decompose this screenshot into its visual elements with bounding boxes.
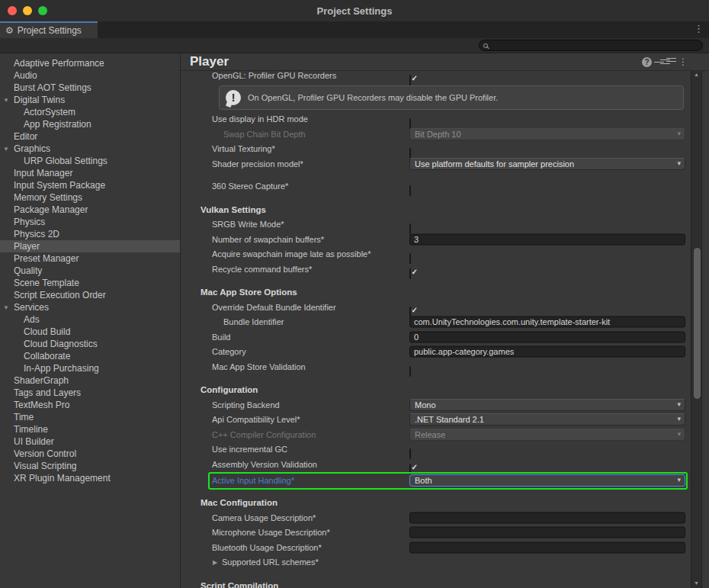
dropdown-value: Bit Depth 10 (415, 130, 461, 139)
setting-label-360-stereo-capture: 360 Stereo Capture* (212, 182, 288, 191)
help-icon[interactable]: ? (642, 57, 652, 67)
row-category: Categorypublic.app-category.games (181, 345, 691, 360)
info-help-box: !On OpenGL, Profiler GPU Recorders may d… (219, 85, 684, 110)
setting-label-override-default-bundle-identifier: Override Default Bundle Identifier (212, 303, 336, 312)
tab-project-settings[interactable]: ⚙ Project Settings (0, 21, 98, 38)
sidebar-item-ui-builder[interactable]: UI Builder (0, 435, 180, 448)
sidebar-item-graphics[interactable]: ▼Graphics (0, 143, 180, 155)
tab-menu-kebab-icon[interactable]: ⋮ (694, 23, 704, 35)
bundle-identifier-field[interactable]: com.UnityTechnologies.com.unity.template… (409, 316, 685, 328)
sidebar-item-actorsystem[interactable]: ActorSystem (0, 106, 180, 118)
foldout-collapsed-icon[interactable]: ▶ (213, 559, 217, 566)
scrollbar-thumb[interactable] (694, 248, 701, 399)
foldout-expanded-icon[interactable]: ▼ (3, 97, 9, 104)
sidebar-item-digital-twins[interactable]: ▼Digital Twins (0, 94, 180, 106)
row-mac-app-store-validation: Mac App Store Validation (181, 359, 691, 374)
foldout-expanded-icon[interactable]: ▼ (3, 146, 9, 153)
sidebar-item-scene-template[interactable]: Scene Template (0, 277, 180, 289)
bluetooth-usage-description-field[interactable] (409, 541, 685, 553)
sidebar-item-editor[interactable]: Editor (0, 130, 180, 143)
category-field[interactable]: public.app-category.games (409, 346, 685, 358)
sidebar-item-label: Audio (14, 70, 37, 81)
sidebar-item-label: Tags and Layers (14, 387, 81, 398)
minimize-window-button[interactable] (23, 6, 32, 15)
setting-label-recycle-command-buffers: Recycle command buffers* (212, 265, 312, 274)
sidebar-item-label: Digital Twins (14, 95, 65, 105)
search-input[interactable] (490, 41, 702, 50)
sidebar-item-app-registration[interactable]: App Registration (0, 118, 180, 130)
sidebar-item-preset-manager[interactable]: Preset Manager (0, 252, 180, 265)
number-of-swapchain-buffers-field[interactable]: 3 (409, 233, 685, 245)
sidebar-item-visual-scripting[interactable]: Visual Scripting (0, 460, 180, 472)
sidebar-item-label: Burst AOT Settings (14, 82, 91, 93)
preset-icon[interactable] (660, 57, 670, 66)
section-header-vulkan-settings: Vulkan Settings (201, 205, 266, 214)
scripting-backend-dropdown[interactable]: Mono▾ (409, 399, 685, 411)
sidebar-item-urp-global-settings[interactable]: URP Global Settings (0, 155, 180, 167)
sidebar-item-player[interactable]: Player (0, 240, 180, 252)
row-virtual-texturing: Virtual Texturing* (181, 142, 691, 157)
vertical-scrollbar[interactable]: ▲ ▼ (691, 70, 702, 588)
sidebar-item-audio[interactable]: Audio (0, 69, 180, 82)
active-input-handling-dropdown[interactable]: Both▾ (409, 474, 685, 487)
sidebar-item-cloud-build[interactable]: Cloud Build (0, 326, 180, 338)
section-configuration: Configuration (181, 383, 691, 398)
sidebar-item-script-execution-order[interactable]: Script Execution Order (0, 289, 180, 301)
more-options-kebab-icon[interactable]: ⋮ (679, 57, 688, 66)
scroll-down-icon[interactable]: ▼ (691, 580, 701, 586)
toolbar (0, 38, 709, 53)
sidebar-item-physics[interactable]: Physics (0, 216, 180, 228)
sidebar-item-services[interactable]: ▼Services (0, 301, 180, 313)
sidebar-item-shadergraph[interactable]: ShaderGraph (0, 374, 180, 387)
section-vulkan-settings: Vulkan Settings (181, 202, 691, 217)
sidebar-item-collaborate[interactable]: Collaborate (0, 350, 180, 362)
sidebar-item-label: Version Control (14, 448, 76, 459)
row-build: Build0 (181, 329, 691, 345)
camera-usage-description-field[interactable] (409, 512, 685, 523)
360-stereo-capture-checkbox[interactable] (409, 185, 411, 196)
recycle-command-buffers-checkbox[interactable] (409, 268, 411, 279)
section-mac-app-store-options: Mac App Store Options (181, 285, 691, 300)
sidebar-item-time[interactable]: Time (0, 411, 180, 423)
opengl-profiler-gpu-recorders-checkbox[interactable] (409, 75, 411, 85)
sidebar-item-input-manager[interactable]: Input Manager (0, 167, 180, 179)
setting-label-mac-app-store-validation: Mac App Store Validation (212, 362, 306, 371)
build-field[interactable]: 0 (409, 331, 685, 342)
sidebar-item-textmesh-pro[interactable]: TextMesh Pro (0, 399, 180, 411)
shader-precision-model-dropdown[interactable]: Use platform defaults for sampler precis… (409, 158, 685, 170)
scroll-up-icon[interactable]: ▲ (691, 72, 701, 77)
sidebar-item-label: Graphics (14, 143, 50, 154)
sidebar-item-input-system-package[interactable]: Input System Package (0, 179, 180, 191)
sidebar-item-package-manager[interactable]: Package Manager (0, 204, 180, 216)
sidebar-item-burst-aot-settings[interactable]: Burst AOT Settings (0, 82, 180, 94)
c-compiler-configuration-dropdown: Release▾ (409, 429, 685, 441)
row-number-of-swapchain-buffers: Number of swapchain buffers*3 (181, 232, 691, 247)
foldout-expanded-icon[interactable]: ▼ (3, 304, 9, 311)
row-microphone-usage-description: Microphone Usage Description* (181, 525, 691, 541)
dropdown-value: .NET Standard 2.1 (415, 415, 484, 424)
microphone-usage-description-field[interactable] (409, 527, 685, 538)
sidebar-item-xr-plugin-management[interactable]: XR Plugin Management (0, 472, 180, 484)
sidebar-item-memory-settings[interactable]: Memory Settings (0, 191, 180, 204)
sidebar-item-physics-2d[interactable]: Physics 2D (0, 228, 180, 240)
setting-label-active-input-handling: Active Input Handling* (212, 476, 294, 485)
setting-label-microphone-usage-description: Microphone Usage Description* (212, 528, 330, 537)
sidebar-item-cloud-diagnostics[interactable]: Cloud Diagnostics (0, 338, 180, 350)
sidebar-item-ads[interactable]: Ads (0, 313, 180, 326)
sidebar-item-adaptive-performance[interactable]: Adaptive Performance (0, 57, 180, 69)
sidebar-item-version-control[interactable]: Version Control (0, 448, 180, 460)
section-header-mac-app-store-options: Mac App Store Options (201, 288, 297, 297)
sidebar-item-tags-and-layers[interactable]: Tags and Layers (0, 387, 180, 399)
sidebar-item-in-app-purchasing[interactable]: In-App Purchasing (0, 362, 180, 374)
mac-app-store-validation-checkbox[interactable] (409, 366, 411, 377)
tab-label: Project Settings (18, 25, 82, 36)
sidebar-item-timeline[interactable]: Timeline (0, 423, 180, 435)
sidebar-item-quality[interactable]: Quality (0, 265, 180, 277)
setting-label-shader-precision-model: Shader precision model* (212, 159, 303, 169)
zoom-window-button[interactable] (38, 6, 47, 15)
search-box[interactable] (479, 40, 703, 51)
close-window-button[interactable] (8, 6, 17, 15)
api-compatibility-level-dropdown[interactable]: .NET Standard 2.1▾ (409, 413, 685, 426)
sidebar-item-label: Quality (14, 265, 42, 276)
row-opengl-profiler-gpu-recorders: OpenGL: Profiler GPU Recorders (181, 71, 691, 83)
